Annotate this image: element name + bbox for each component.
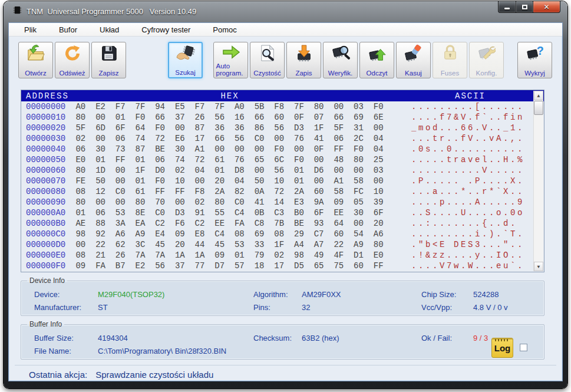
hex-byte-cell[interactable]: 50 (249, 176, 269, 186)
hex-byte-cell[interactable]: 69 (249, 229, 269, 239)
hex-byte-cell[interactable]: 00 (110, 197, 130, 207)
hex-byte-cell[interactable]: 2A (289, 187, 309, 196)
hex-byte-cell[interactable]: 64 (130, 123, 150, 133)
hex-byte-cell[interactable]: 91 (190, 208, 210, 218)
hex-byte-cell[interactable]: F6 (170, 219, 190, 228)
hex-byte-cell[interactable]: 75 (329, 261, 349, 271)
hex-byte-cell[interactable]: 80 (368, 240, 388, 249)
hex-byte-cell[interactable]: A7 (309, 240, 329, 249)
hex-byte-cell[interactable]: 00 (269, 134, 289, 143)
hex-byte-cell[interactable]: 66 (329, 113, 349, 122)
hex-byte-cell[interactable]: 7A (130, 251, 150, 260)
hex-byte-cell[interactable]: 16 (230, 113, 250, 122)
hex-byte-cell[interactable]: A1 (329, 176, 349, 186)
hex-byte-cell[interactable]: 72 (150, 134, 170, 143)
menu-cyfrowy-tester[interactable]: Cyfrowy tester (138, 24, 194, 35)
hex-byte-cell[interactable]: 1D (91, 166, 111, 175)
hex-byte-cell[interactable]: 60 (329, 229, 349, 239)
hex-byte-cell[interactable]: 80 (210, 197, 230, 207)
hex-byte-cell[interactable]: 00 (249, 144, 269, 154)
hex-byte-cell[interactable]: 00 (170, 123, 190, 133)
detect-button[interactable]: ? Wykryj (517, 42, 552, 78)
hex-byte-cell[interactable]: 04 (368, 134, 388, 143)
hex-byte-cell[interactable]: 0B (249, 208, 269, 218)
hex-byte-cell[interactable]: 00 (110, 166, 130, 175)
hex-byte-cell[interactable]: E2 (130, 261, 150, 271)
hex-byte-cell[interactable]: 00 (368, 176, 388, 186)
hex-byte-cell[interactable]: 26 (190, 113, 210, 122)
hex-byte-cell[interactable]: A0 (71, 102, 91, 111)
log-button[interactable]: Log (491, 338, 513, 358)
hex-byte-cell[interactable]: F0 (368, 102, 388, 111)
hex-byte-cell[interactable]: F0 (150, 176, 170, 186)
hex-byte-cell[interactable]: 00 (289, 144, 309, 154)
hex-byte-cell[interactable]: D5 (289, 261, 309, 271)
hex-byte-cell[interactable]: 08 (71, 187, 91, 196)
hex-byte-cell[interactable]: 6D (91, 123, 111, 133)
hex-byte-cell[interactable]: 1A (170, 251, 190, 260)
hex-byte-cell[interactable]: 36 (230, 123, 250, 133)
hex-byte-cell[interactable]: B7 (110, 261, 130, 271)
hex-byte-cell[interactable]: 92 (91, 229, 111, 239)
hex-byte-cell[interactable]: C8 (249, 219, 269, 228)
hex-byte-cell[interactable]: D8 (230, 166, 250, 175)
hex-byte-cell[interactable]: AE (71, 219, 91, 228)
hex-byte-cell[interactable]: EA (130, 219, 150, 228)
hex-byte-cell[interactable]: 56 (269, 123, 289, 133)
hex-byte-cell[interactable]: A6 (110, 229, 130, 239)
menu-plik[interactable]: Plik (21, 24, 40, 35)
hex-byte-cell[interactable]: FF (329, 144, 349, 154)
hex-byte-cell[interactable]: 01 (130, 176, 150, 186)
hex-byte-cell[interactable]: 5F (71, 123, 91, 133)
config-button[interactable]: Konfig. (469, 42, 504, 78)
hex-byte-cell[interactable]: C0 (150, 208, 170, 218)
hex-byte-cell[interactable]: 20 (368, 219, 388, 228)
hex-byte-cell[interactable]: FF (368, 261, 388, 271)
hex-byte-cell[interactable]: 72 (269, 187, 289, 196)
hex-byte-cell[interactable]: 0F (289, 113, 309, 122)
hex-byte-cell[interactable]: 01 (289, 176, 309, 186)
hex-byte-cell[interactable]: 54 (349, 229, 369, 239)
hex-byte-cell[interactable]: 82 (230, 187, 250, 196)
hex-byte-cell[interactable]: 1F (309, 123, 329, 133)
hex-byte-cell[interactable]: FC (349, 187, 369, 196)
hex-byte-cell[interactable]: BE (289, 219, 309, 228)
hex-byte-cell[interactable]: 61 (210, 155, 230, 164)
hex-byte-cell[interactable]: C4 (230, 208, 250, 218)
menu-bufor[interactable]: Bufor (55, 24, 81, 35)
hex-byte-cell[interactable]: 56 (150, 261, 170, 271)
hex-byte-cell[interactable]: 66 (249, 113, 269, 122)
hex-byte-cell[interactable]: 3C (130, 240, 150, 249)
hex-byte-cell[interactable]: C2 (190, 219, 210, 228)
hex-byte-cell[interactable]: E2 (91, 102, 111, 111)
open-button[interactable]: Otwórz (18, 42, 53, 78)
scrollbar-thumb[interactable] (534, 101, 543, 115)
hex-byte-cell[interactable]: 6E (368, 113, 388, 122)
hex-byte-cell[interactable]: F8 (269, 102, 289, 111)
hex-byte-cell[interactable]: 80 (130, 197, 150, 207)
hex-byte-cell[interactable]: 98 (289, 251, 309, 260)
hex-byte-cell[interactable]: 04 (368, 144, 388, 154)
hex-byte-cell[interactable]: 00 (349, 219, 369, 228)
hex-byte-cell[interactable]: 6F (368, 208, 388, 218)
hex-byte-cell[interactable]: 09 (170, 229, 190, 239)
hex-byte-cell[interactable]: 00 (329, 102, 349, 111)
hex-byte-cell[interactable]: 20 (210, 176, 230, 186)
maximize-button[interactable] (516, 1, 533, 13)
hex-byte-cell[interactable]: 25 (368, 155, 388, 164)
hex-byte-cell[interactable]: 08 (269, 229, 289, 239)
hex-byte-cell[interactable]: 37 (170, 113, 190, 122)
hex-byte-cell[interactable]: 00 (71, 240, 91, 249)
search-device-button[interactable]: Szukaj (168, 42, 203, 78)
hex-byte-cell[interactable]: 7F (130, 102, 150, 111)
hex-byte-cell[interactable]: 00 (91, 134, 111, 143)
hex-byte-cell[interactable]: F0 (269, 144, 289, 154)
hex-byte-cell[interactable]: 01 (289, 166, 309, 175)
hex-byte-cell[interactable]: E8 (190, 229, 210, 239)
hex-byte-cell[interactable]: C0 (249, 134, 269, 143)
hex-byte-cell[interactable]: 30 (91, 144, 111, 154)
hex-byte-cell[interactable]: 10 (269, 176, 289, 186)
hex-byte-cell[interactable]: 2A (210, 187, 230, 196)
hex-byte-cell[interactable]: 65 (249, 155, 269, 164)
scroll-down-icon[interactable]: ▼ (534, 262, 543, 271)
